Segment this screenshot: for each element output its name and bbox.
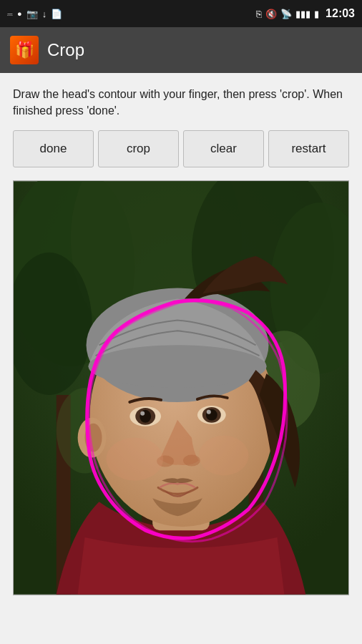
done-button[interactable]: done xyxy=(13,130,94,167)
page-title: Crop xyxy=(47,40,84,60)
mute-icon: 🔇 xyxy=(265,9,277,19)
svg-point-18 xyxy=(140,411,145,416)
svg-point-27 xyxy=(106,438,163,481)
download-icon: ↓ xyxy=(42,9,47,19)
buttons-row: done crop clear restart xyxy=(13,130,349,167)
wifi-icon: 📡 xyxy=(280,9,292,19)
status-bar-right: ⎘ 🔇 📡 ▮▮▮ ▮ 12:03 xyxy=(256,7,355,20)
file-icon: 📄 xyxy=(51,9,62,19)
title-bar: 🎁 Crop xyxy=(0,27,362,73)
svg-point-28 xyxy=(199,436,249,476)
image-icon: 📷 xyxy=(26,9,38,19)
status-bar-left: ⎓ ● 📷 ↓ 📄 xyxy=(7,9,62,19)
usb-icon: ⎓ xyxy=(7,9,13,19)
restart-button[interactable]: restart xyxy=(268,130,349,167)
main-content: Draw the head's contour with your finger… xyxy=(0,73,362,595)
status-bar: ⎓ ● 📷 ↓ 📄 ⎘ 🔇 📡 ▮▮▮ ▮ 12:03 xyxy=(0,0,362,27)
alert-icon: ● xyxy=(17,9,22,18)
app-icon: 🎁 xyxy=(10,36,39,64)
status-time: 12:03 xyxy=(326,7,355,20)
signal-icon: ▮▮▮ xyxy=(295,9,310,19)
svg-point-14 xyxy=(89,346,267,389)
image-canvas[interactable] xyxy=(13,180,349,595)
clear-button[interactable]: clear xyxy=(183,130,264,167)
bluetooth-icon: ⎘ xyxy=(256,9,262,19)
svg-point-24 xyxy=(183,455,200,467)
instructions-text: Draw the head's contour with your finger… xyxy=(13,86,349,119)
crop-button[interactable]: crop xyxy=(98,130,179,167)
battery-icon: ▮ xyxy=(314,9,319,19)
svg-point-22 xyxy=(207,410,211,414)
